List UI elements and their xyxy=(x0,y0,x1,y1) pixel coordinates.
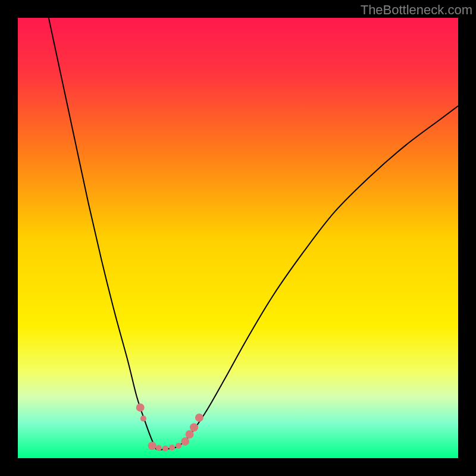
plot-area xyxy=(18,18,458,458)
marker-dot xyxy=(169,444,175,450)
gradient-background xyxy=(18,18,458,458)
marker-dot xyxy=(156,445,162,451)
marker-dot xyxy=(190,423,198,431)
chart-svg xyxy=(18,18,458,458)
marker-dot xyxy=(162,446,168,452)
marker-dot xyxy=(148,441,156,450)
chart-frame: TheBottleneck.com xyxy=(0,0,476,476)
marker-dot xyxy=(140,415,146,421)
marker-dot xyxy=(176,443,181,449)
marker-dot xyxy=(136,403,145,412)
marker-dot xyxy=(195,414,203,422)
marker-dot xyxy=(181,437,189,446)
watermark-text: TheBottleneck.com xyxy=(361,2,472,18)
marker-dot xyxy=(186,430,194,439)
